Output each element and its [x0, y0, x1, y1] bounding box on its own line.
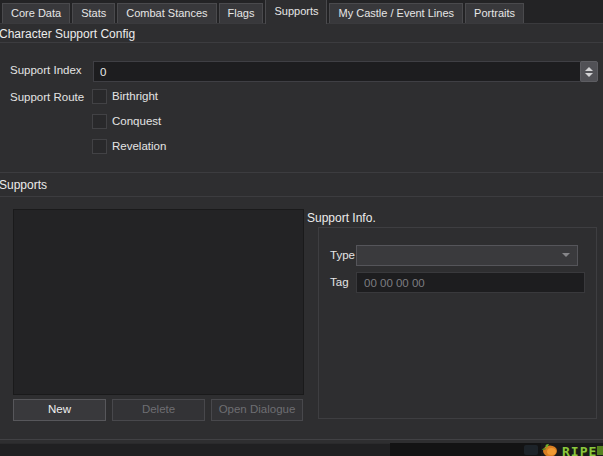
- tag-label: Tag: [330, 276, 349, 288]
- tab-my-castle-event-lines[interactable]: My Castle / Event Lines: [329, 3, 463, 23]
- divider: [0, 196, 603, 197]
- checkbox-conquest[interactable]: [92, 114, 107, 129]
- divider: [0, 172, 603, 173]
- spinner-up-icon[interactable]: [585, 67, 593, 71]
- delete-button[interactable]: Delete: [112, 399, 205, 421]
- checkbox-conquest-label[interactable]: Conquest: [112, 115, 161, 127]
- support-route-label: Support Route: [10, 91, 84, 103]
- tray-icon-glow: [524, 445, 538, 455]
- type-dropdown[interactable]: [356, 245, 578, 266]
- open-dialogue-button[interactable]: Open Dialogue: [211, 399, 303, 421]
- group-title-character-support-config: Character Support Config: [0, 27, 135, 41]
- checkbox-birthright-label[interactable]: Birthright: [112, 90, 158, 102]
- tab-supports[interactable]: Supports: [265, 0, 327, 24]
- chevron-down-icon: [562, 253, 570, 257]
- app-window: { "tabs": { "items": [ {"label": "Core D…: [0, 0, 603, 456]
- group-title-support-info: Support Info.: [307, 211, 376, 225]
- support-index-label: Support Index: [10, 64, 82, 76]
- tab-stats[interactable]: Stats: [72, 3, 115, 23]
- taskbar-segment: [0, 443, 390, 456]
- taskbar-strip: RIPE: [0, 443, 603, 456]
- supports-listbox[interactable]: [13, 209, 304, 395]
- new-button[interactable]: New: [13, 399, 106, 421]
- support-index-spinner[interactable]: [580, 61, 598, 82]
- checkbox-revelation-label[interactable]: Revelation: [112, 140, 166, 152]
- tab-portraits[interactable]: Portraits: [465, 3, 524, 23]
- support-index-input[interactable]: [93, 61, 586, 82]
- tab-core-data[interactable]: Core Data: [2, 3, 70, 23]
- type-label: Type: [330, 249, 355, 261]
- taskbar-segment: [390, 443, 541, 456]
- ripe-logo-fragment: [597, 446, 603, 455]
- tab-combat-stances[interactable]: Combat Stances: [117, 3, 216, 23]
- spinner-down-icon[interactable]: [585, 73, 593, 77]
- fruit-icon[interactable]: [541, 443, 558, 456]
- ripe-logo[interactable]: RIPE: [562, 444, 597, 456]
- tag-input[interactable]: [356, 272, 585, 293]
- divider: [0, 42, 603, 43]
- checkbox-revelation[interactable]: [92, 139, 107, 154]
- tab-flags[interactable]: Flags: [219, 3, 264, 23]
- window-bottom-border: [0, 439, 603, 440]
- tab-strip: Core Data Stats Combat Stances Flags Sup…: [0, 0, 603, 24]
- checkbox-birthright[interactable]: [92, 89, 107, 104]
- group-title-supports: Supports: [0, 178, 47, 192]
